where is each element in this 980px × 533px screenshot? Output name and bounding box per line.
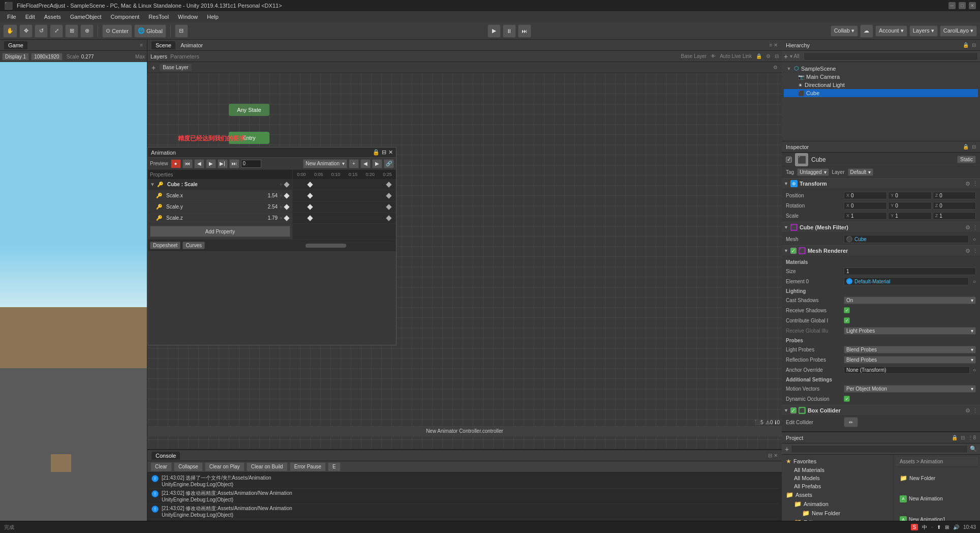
receive-gi-dropdown[interactable]: Light Probes ▾	[844, 327, 976, 335]
auto-live-link-label[interactable]: Auto Live Link	[720, 53, 752, 59]
animation-folder[interactable]: 📁 Animation	[784, 499, 891, 509]
mesh-renderer-more-icon[interactable]: ⋮	[972, 248, 978, 254]
project-item-new-animation[interactable]: A New Animation	[898, 490, 945, 509]
transform-more-icon[interactable]: ⋮	[972, 181, 978, 187]
tab-console[interactable]: Console	[151, 452, 180, 460]
position-y[interactable]: Y0	[888, 192, 931, 199]
add-property-button[interactable]: Add Property	[150, 226, 290, 237]
mesh-renderer-settings-icon[interactable]: ⚙	[965, 248, 970, 254]
console-maximize[interactable]: ⊟ ✕	[768, 453, 778, 458]
minimize-button[interactable]: ─	[948, 2, 956, 9]
plus-icon[interactable]: +	[151, 64, 156, 72]
menu-assets[interactable]: Assets	[40, 13, 65, 21]
contribute-gi-checkbox[interactable]: ✓	[844, 317, 850, 323]
reflection-probes-dropdown[interactable]: Blend Probes ▾	[844, 356, 976, 364]
resolution-dropdown[interactable]: 1080x1920	[31, 53, 63, 61]
project-lock-icon[interactable]: 🔒	[952, 435, 958, 440]
tool-scale[interactable]: ⤢	[50, 24, 63, 38]
anim-last-btn[interactable]: ⏭	[229, 159, 239, 168]
console-entry-2[interactable]: ! [21:43:02] 修改动画精度:Assets/Animation/New…	[149, 504, 780, 519]
anim-prev-btn[interactable]: ◀	[194, 159, 204, 168]
menu-window[interactable]: Window	[174, 13, 202, 21]
mesh-select-icon[interactable]: ○	[973, 236, 976, 242]
menu-component[interactable]: Component	[106, 13, 143, 21]
transform-component-header[interactable]: ▼ ⊕ Transform ⚙ ⋮	[782, 178, 980, 189]
element0-value[interactable]: ○ Default-Material	[844, 277, 969, 285]
base-layer-node[interactable]: Base Layer	[160, 64, 192, 71]
hierarchy-add-icon[interactable]: +	[784, 52, 788, 61]
hierarchy-scene[interactable]: ▼ ⬡ SampleScene	[784, 64, 978, 73]
anim-time-input[interactable]	[241, 160, 261, 168]
prop-diamond-x[interactable]	[284, 193, 289, 198]
anim-maximize-icon[interactable]: ⊟	[382, 149, 386, 156]
anim-play-btn[interactable]: ▶	[206, 159, 216, 168]
inspector-maximize-icon[interactable]: ⊟	[972, 144, 976, 150]
receive-shadows-checkbox[interactable]: ✓	[844, 307, 850, 313]
menu-help[interactable]: Help	[203, 13, 223, 21]
scale-y[interactable]: Y1	[888, 212, 931, 220]
material-select-icon[interactable]: ○	[973, 279, 976, 284]
project-search-input[interactable]	[791, 445, 968, 453]
object-name[interactable]: Cube	[811, 156, 954, 163]
timeline-y-diamond-1[interactable]	[307, 204, 313, 210]
object-enable-checkbox[interactable]: ✓	[786, 157, 792, 163]
hierarchy-lock-icon[interactable]: 🔒	[963, 42, 969, 48]
space-button[interactable]: 🌐 Global	[134, 24, 166, 38]
animator-params-label[interactable]: Parameters	[170, 53, 199, 60]
all-prefabs-folder[interactable]: All Prefabs	[784, 482, 891, 490]
gear-icon[interactable]: ⚙	[773, 65, 778, 70]
tool-rect[interactable]: ⊞	[65, 24, 78, 38]
console-clear-btn[interactable]: Clear	[150, 462, 172, 471]
rotation-y[interactable]: Y0	[888, 202, 931, 210]
mesh-filter-more-icon[interactable]: ⋮	[972, 224, 978, 231]
mesh-value[interactable]: ⬛ Cube	[844, 235, 969, 243]
pivot-button[interactable]: ⊙ Center	[102, 24, 132, 38]
project-more-icon[interactable]: ⋮8	[968, 435, 976, 440]
anchor-select-icon[interactable]: ○	[973, 367, 976, 373]
pause-button[interactable]: ⏸	[503, 24, 516, 38]
anchor-override-value[interactable]: None (Transform)	[844, 366, 970, 374]
group-diamond[interactable]	[284, 182, 289, 187]
mesh-renderer-header[interactable]: ▼ ✓ ⬛ Mesh Renderer ⚙ ⋮	[782, 245, 980, 256]
console-error-pause-btn[interactable]: Error Pause	[290, 462, 326, 471]
tool-hand[interactable]: ✋	[3, 24, 17, 38]
tag-dropdown[interactable]: Untagged ▾	[797, 168, 829, 176]
dopesheet-tab[interactable]: Dopesheet	[150, 242, 180, 249]
hierarchy-directional-light[interactable]: ☀ Directional Light	[784, 81, 978, 89]
static-dropdown[interactable]: Static	[957, 156, 976, 163]
anim-next-btn[interactable]: ▶|	[218, 159, 228, 168]
maximize-button[interactable]: □	[959, 2, 966, 9]
tool-move[interactable]: ✥	[19, 24, 33, 38]
tab-game[interactable]: Game	[4, 41, 27, 49]
transform-settings-icon[interactable]: ⚙	[965, 181, 970, 187]
step-button[interactable]: ⏭	[518, 24, 531, 38]
hierarchy-maximize-icon[interactable]: ⊟	[972, 42, 976, 48]
box-collider-enable[interactable]: ✓	[790, 407, 797, 413]
rotation-z[interactable]: Z0	[933, 202, 976, 210]
box-collider-settings-icon[interactable]: ⚙	[965, 407, 970, 414]
light-probes-dropdown[interactable]: Blend Probes ▾	[844, 346, 976, 353]
hierarchy-cube[interactable]: ⬛ Cube	[784, 89, 978, 97]
anim-right-arrow[interactable]: ▶	[372, 159, 382, 168]
tool-rotate[interactable]: ↺	[35, 24, 48, 38]
box-collider-more-icon[interactable]: ⋮	[972, 407, 978, 414]
hierarchy-search-input[interactable]	[804, 52, 978, 61]
position-z[interactable]: Z0	[933, 192, 976, 199]
anim-lock-icon[interactable]: 🔒	[373, 149, 380, 156]
console-e-btn[interactable]: E	[328, 462, 341, 471]
mesh-filter-settings-icon[interactable]: ⚙	[965, 224, 970, 231]
all-models-folder[interactable]: All Models	[784, 474, 891, 482]
prop-diamond-y[interactable]	[284, 204, 289, 210]
menu-edit[interactable]: Edit	[21, 13, 39, 21]
project-item-new-folder[interactable]: 📁 New Folder	[898, 469, 937, 488]
console-entry-0[interactable]: ! [21:43:02] 选择了一个文件/夹!!:Assets/Animatio…	[149, 473, 780, 489]
group-expand-icon[interactable]: ▼	[150, 182, 155, 187]
mesh-renderer-enable[interactable]: ✓	[790, 248, 797, 254]
edit-collider-button[interactable]: ✏	[844, 417, 858, 427]
mesh-filter-header[interactable]: ▼ ⬛ Cube (Mesh Filter) ⚙ ⋮	[782, 222, 980, 233]
play-button[interactable]: ▶	[487, 24, 501, 38]
close-button[interactable]: ✕	[969, 2, 976, 9]
layout-button[interactable]: CarolLayo ▾	[940, 25, 977, 37]
timeline-scrollbar[interactable]	[301, 243, 394, 249]
layer-dropdown[interactable]: Default ▾	[848, 168, 874, 176]
